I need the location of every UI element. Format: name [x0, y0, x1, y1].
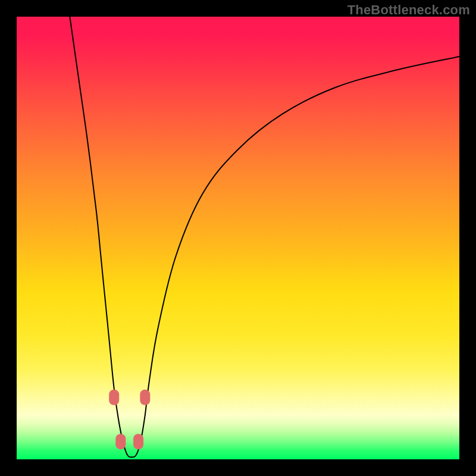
- bottleneck-curve: [70, 17, 459, 457]
- marker-right-upper: [140, 390, 150, 405]
- plot-area: [17, 17, 459, 459]
- curve-layer: [17, 17, 459, 459]
- watermark-text: TheBottleneck.com: [347, 2, 470, 18]
- marker-left-upper: [109, 390, 119, 405]
- marker-right-lower: [133, 434, 143, 449]
- chart-frame: TheBottleneck.com: [0, 0, 476, 476]
- marker-left-lower: [115, 434, 126, 449]
